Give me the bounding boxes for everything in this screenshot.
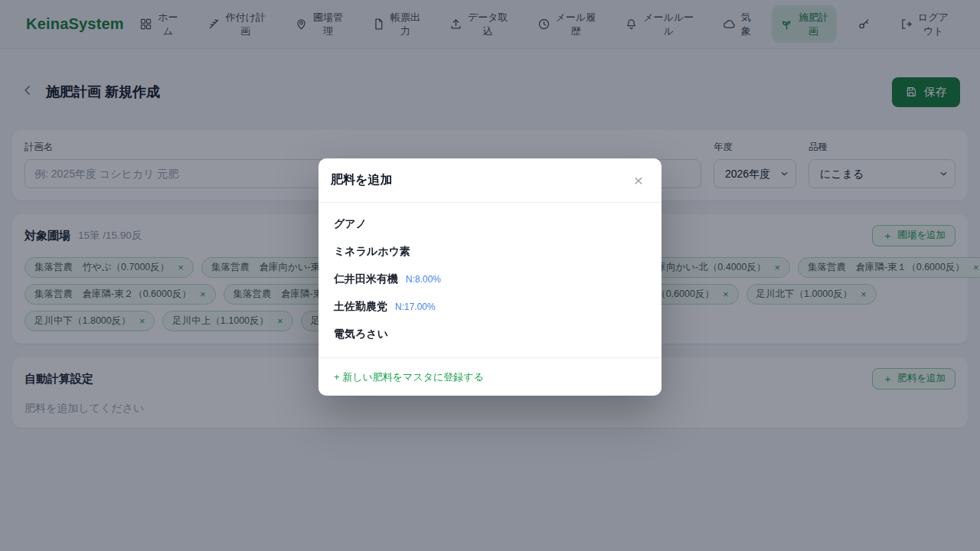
fertilizer-list: グアノミネラルホウ素仁井田米有機N:8.00%土佐勤農党N:17.00%電気ろさ…	[318, 203, 662, 357]
register-new-fertilizer-link[interactable]: + 新しい肥料をマスタに登録する	[334, 371, 484, 383]
fertilizer-name: 仁井田米有機	[334, 272, 398, 286]
fertilizer-option[interactable]: 電気ろさい	[318, 321, 662, 348]
fertilizer-name: グアノ	[334, 217, 367, 231]
modal-header: 肥料を追加 ×	[318, 158, 662, 203]
modal-footer: + 新しい肥料をマスタに登録する	[318, 357, 662, 396]
fertilizer-n-percent: N:17.00%	[395, 302, 436, 312]
fertilizer-option[interactable]: 土佐勤農党N:17.00%	[318, 293, 662, 321]
fertilizer-name: ミネラルホウ素	[334, 245, 410, 259]
fertilizer-option[interactable]: グアノ	[318, 210, 662, 238]
add-fertilizer-modal: 肥料を追加 × グアノミネラルホウ素仁井田米有機N:8.00%土佐勤農党N:17…	[318, 158, 662, 396]
fertilizer-n-percent: N:8.00%	[406, 274, 441, 285]
fertilizer-name: 土佐勤農党	[334, 300, 387, 314]
close-icon[interactable]: ×	[628, 172, 649, 188]
fertilizer-option[interactable]: ミネラルホウ素	[318, 238, 662, 266]
modal-title: 肥料を追加	[331, 172, 392, 188]
fertilizer-name: 電気ろさい	[334, 328, 388, 341]
fertilizer-option[interactable]: 仁井田米有機N:8.00%	[318, 266, 662, 293]
